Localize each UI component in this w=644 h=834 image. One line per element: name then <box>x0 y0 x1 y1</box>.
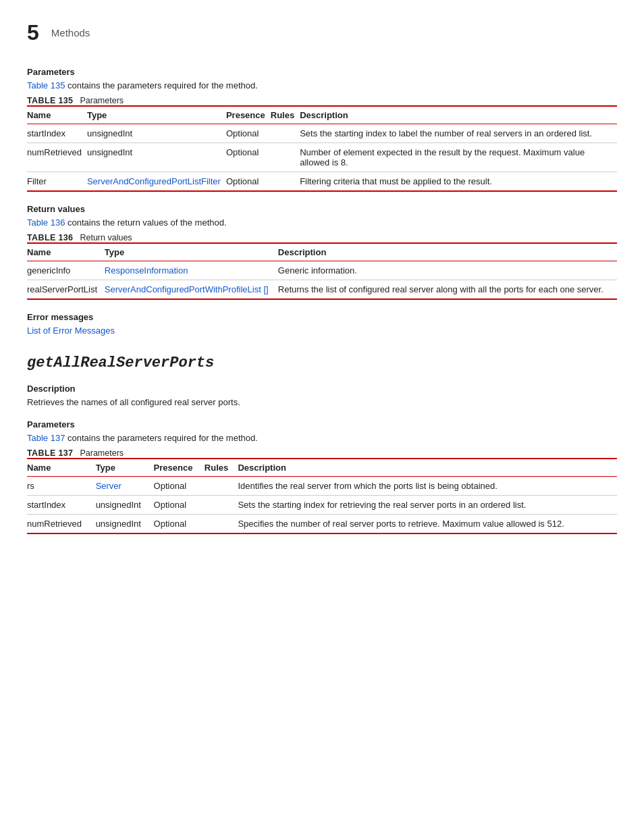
table-137-label: TABLE 137 Parameters <box>27 448 617 458</box>
cell-rules <box>271 124 300 143</box>
cell-rules <box>271 172 300 192</box>
section-return-values-136: Return values Table 136 contains the ret… <box>27 204 617 300</box>
cell-name: startIndex <box>27 496 96 515</box>
col-description: Description <box>278 243 617 261</box>
list-of-error-messages-link[interactable]: List of Error Messages <box>27 325 115 336</box>
table-137-label-name: Parameters <box>80 448 124 458</box>
table-136: Name Type Description genericInfo Respon… <box>27 242 617 300</box>
cell-description: Number of element expected in the result… <box>300 143 617 172</box>
cell-type: unsignedInt <box>87 143 226 172</box>
chapter-title: Methods <box>51 27 90 38</box>
cell-description: Identifies the real server from which th… <box>238 477 617 496</box>
cell-name: realServerPortList <box>27 280 105 300</box>
chapter-number: 5 <box>27 20 39 45</box>
col-type: Type <box>105 243 278 261</box>
table-135: Name Type Presence Rules Description sta… <box>27 105 617 192</box>
table-136-label-name: Return values <box>80 233 132 242</box>
cell-name: genericInfo <box>27 261 105 280</box>
server-type-link[interactable]: Server <box>96 481 122 491</box>
col-presence: Presence <box>226 106 271 124</box>
table-135-header-row: Name Type Presence Rules Description <box>27 106 617 124</box>
cell-description: Generic information. <box>278 261 617 280</box>
table-135-label-name: Parameters <box>80 96 124 105</box>
return-values-intro-136: Table 136 contains the return values of … <box>27 217 617 228</box>
cell-description: Returns the list of configured real serv… <box>278 280 617 300</box>
cell-type: ResponseInformation <box>105 261 278 280</box>
table-row: numRetrieved unsignedInt Optional Specif… <box>27 515 617 534</box>
parameters-intro-137: Table 137 contains the parameters requir… <box>27 433 617 443</box>
cell-presence: Optional <box>226 172 271 192</box>
error-messages-heading: Error messages <box>27 312 617 322</box>
cell-type: Server <box>96 477 154 496</box>
description-section: Description Retrieves the names of all c… <box>27 384 617 407</box>
section-parameters-137: Parameters Table 137 contains the parame… <box>27 419 617 534</box>
table-row: startIndex unsignedInt Optional Sets the… <box>27 496 617 515</box>
cell-name: numRetrieved <box>27 515 96 534</box>
filter-type-link[interactable]: ServerAndConfiguredPortListFilter <box>87 176 221 186</box>
col-name: Name <box>27 459 96 477</box>
cell-type: ServerAndConfiguredPortListFilter <box>87 172 226 192</box>
cell-rules <box>205 477 238 496</box>
col-type: Type <box>96 459 154 477</box>
cell-presence: Optional <box>154 496 205 515</box>
col-description: Description <box>238 459 617 477</box>
table-row: numRetrieved unsignedInt Optional Number… <box>27 143 617 172</box>
cell-name: Filter <box>27 172 87 192</box>
cell-description: Sets the starting index for retrieving t… <box>238 496 617 515</box>
table-136-label: TABLE 136 Return values <box>27 233 617 242</box>
cell-name: rs <box>27 477 96 496</box>
parameters-intro-135: Table 135 contains the parameters requir… <box>27 80 617 90</box>
table-137-link[interactable]: Table 137 <box>27 433 65 443</box>
col-presence: Presence <box>154 459 205 477</box>
col-rules: Rules <box>271 106 300 124</box>
cell-presence: Optional <box>154 515 205 534</box>
table-row: genericInfo ResponseInformation Generic … <box>27 261 617 280</box>
cell-name: startIndex <box>27 124 87 143</box>
parameters-heading-137: Parameters <box>27 419 617 429</box>
cell-type: unsignedInt <box>87 124 226 143</box>
table-135-label: TABLE 135 Parameters <box>27 96 617 105</box>
table-137-label-bold: TABLE 137 <box>27 448 73 458</box>
table-136-header-row: Name Type Description <box>27 243 617 261</box>
cell-description: Sets the starting index to label the num… <box>300 124 617 143</box>
method-title-getAllRealServerPorts: getAllRealServerPorts <box>27 355 617 371</box>
col-name: Name <box>27 106 87 124</box>
cell-presence: Optional <box>226 124 271 143</box>
error-messages-section: Error messages List of Error Messages <box>27 312 617 336</box>
table-row: realServerPortList ServerAndConfiguredPo… <box>27 280 617 300</box>
description-heading: Description <box>27 384 617 394</box>
col-name: Name <box>27 243 105 261</box>
cell-type: unsignedInt <box>96 515 154 534</box>
table-row: rs Server Optional Identifies the real s… <box>27 477 617 496</box>
serverportlist-link[interactable]: ServerAndConfiguredPortWithProfileList [… <box>105 284 269 294</box>
cell-presence: Optional <box>226 143 271 172</box>
table-136-link[interactable]: Table 136 <box>27 217 65 228</box>
table-135-label-bold: TABLE 135 <box>27 96 73 105</box>
cell-name: numRetrieved <box>27 143 87 172</box>
section-parameters-135: Parameters Table 135 contains the parame… <box>27 67 617 192</box>
cell-rules <box>205 496 238 515</box>
responseinfo-link[interactable]: ResponseInformation <box>105 265 188 276</box>
table-row: Filter ServerAndConfiguredPortListFilter… <box>27 172 617 192</box>
page-header: 5 Methods <box>27 20 617 45</box>
table-137: Name Type Presence Rules Description rs … <box>27 458 617 534</box>
table-row: startIndex unsignedInt Optional Sets the… <box>27 124 617 143</box>
cell-type: unsignedInt <box>96 496 154 515</box>
cell-description: Filtering criteria that must be applied … <box>300 172 617 192</box>
cell-type: ServerAndConfiguredPortWithProfileList [… <box>105 280 278 300</box>
table-136-label-bold: TABLE 136 <box>27 233 73 242</box>
col-description: Description <box>300 106 617 124</box>
cell-rules <box>205 515 238 534</box>
col-type: Type <box>87 106 226 124</box>
cell-rules <box>271 143 300 172</box>
parameters-heading: Parameters <box>27 67 617 77</box>
table-137-header-row: Name Type Presence Rules Description <box>27 459 617 477</box>
description-text: Retrieves the names of all configured re… <box>27 397 617 407</box>
table-135-link[interactable]: Table 135 <box>27 80 65 90</box>
return-values-heading: Return values <box>27 204 617 214</box>
cell-description: Specifies the number of real server port… <box>238 515 617 534</box>
col-rules: Rules <box>205 459 238 477</box>
cell-presence: Optional <box>154 477 205 496</box>
